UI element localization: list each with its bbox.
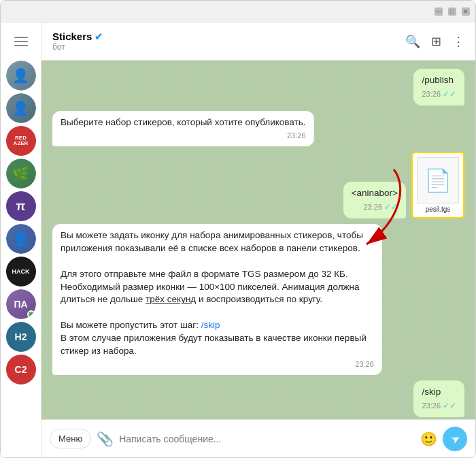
sidebar-avatar-6[interactable]: 👤	[6, 224, 36, 254]
sidebar-avatar-4[interactable]: 🌿	[6, 159, 36, 189]
emoji-icon[interactable]: 🙂	[420, 431, 437, 447]
send-icon: ➤	[448, 431, 462, 446]
message-time: 23:26 ✓✓	[422, 88, 456, 100]
app-window: — □ ✕ 👤 👤	[0, 0, 476, 458]
sidebar-avatar-1[interactable]: 👤	[6, 61, 36, 91]
hamburger-line-2	[14, 41, 28, 42]
minimize-button[interactable]: —	[435, 7, 443, 16]
message-text: /publish	[422, 75, 454, 85]
message-bubble-outgoing: /publish 23:26 ✓✓	[413, 69, 464, 105]
sidebar-avatar-2[interactable]: 👤	[6, 93, 36, 123]
message-bubble-outgoing: <aninabor> 23:26 ✓✓	[343, 182, 406, 218]
tick-icon: ✓✓	[443, 88, 456, 100]
tick-icon: ✓✓	[384, 201, 398, 213]
verified-icon: ✔	[95, 31, 103, 42]
send-button[interactable]: ➤	[443, 427, 467, 451]
chat-area: Stickers ✔ бот 🔍 ⊞ ⋮ /publish	[41, 22, 475, 457]
message-time: 23:26	[61, 359, 374, 370]
title-bar: — □ ✕	[1, 1, 475, 22]
message-time: 23:26	[61, 131, 306, 141]
tick-icon: ✓✓	[443, 400, 456, 412]
message-bubble-incoming: Вы можете задать иконку для набора аними…	[52, 224, 382, 375]
maximize-button[interactable]: □	[448, 7, 456, 16]
sidebar-avatar-10[interactable]: C2	[6, 355, 36, 385]
message-row: /publish 23:26 ✓✓	[52, 69, 464, 105]
sidebar-avatar-8[interactable]: ПА	[6, 289, 36, 319]
chat-title-area: Stickers ✔ бот	[52, 31, 397, 52]
hamburger-menu[interactable]	[7, 28, 35, 55]
chat-header: Stickers ✔ бот 🔍 ⊞ ⋮	[41, 22, 475, 61]
chat-name-text: Stickers	[52, 31, 92, 42]
attach-icon[interactable]: 📎	[97, 431, 114, 447]
menu-button[interactable]: Меню	[50, 429, 91, 448]
file-icon: 📄	[417, 157, 459, 203]
message-bubble-incoming: Выберите набор стикеров, который хотите …	[52, 111, 314, 146]
message-text: /skip	[422, 387, 441, 397]
message-row: Вы можете задать иконку для набора аними…	[52, 224, 464, 375]
layout-icon[interactable]: ⊞	[431, 34, 441, 49]
search-icon[interactable]: 🔍	[405, 34, 420, 49]
skip-link[interactable]: /skip	[201, 320, 220, 330]
sidebar-avatar-7[interactable]: HACK	[6, 257, 36, 287]
hamburger-line-3	[14, 45, 28, 46]
header-icons: 🔍 ⊞ ⋮	[405, 34, 464, 49]
message-input[interactable]	[119, 434, 415, 444]
message-time: 23:26 ✓✓	[422, 400, 456, 412]
message-text: Выберите набор стикеров, который хотите …	[61, 117, 306, 127]
message-row: /skip 23:26 ✓✓	[52, 380, 464, 417]
online-badge-8	[27, 310, 35, 318]
message-text: <aninabor>	[352, 188, 398, 198]
sidebar-avatar-3[interactable]: RED AZER	[6, 126, 36, 156]
message-row: Выберите набор стикеров, который хотите …	[52, 111, 464, 146]
messages-area[interactable]: /publish 23:26 ✓✓ Выберите набор стикеро…	[41, 61, 475, 419]
message-text: Вы можете задать иконку для набора аними…	[61, 230, 367, 356]
message-group: <aninabor> 23:26 ✓✓ 📄 pesil.tgs	[52, 152, 464, 218]
file-bubble[interactable]: 📄 pesil.tgs	[411, 152, 464, 218]
chat-subtitle: бот	[52, 42, 397, 52]
title-bar-controls: — □ ✕	[435, 7, 470, 16]
hamburger-line-1	[14, 37, 28, 38]
message-bubble-outgoing: /skip 23:26 ✓✓	[413, 380, 464, 417]
sidebar-avatar-5[interactable]: π	[6, 191, 36, 221]
sidebar: 👤 👤 RED AZER 🌿 π	[1, 22, 41, 457]
close-button[interactable]: ✕	[462, 7, 470, 16]
input-area: Меню 📎 🙂 ➤	[41, 419, 475, 457]
main-layout: 👤 👤 RED AZER 🌿 π	[1, 22, 475, 457]
file-name-label: pesil.tgs	[417, 206, 459, 213]
chat-name: Stickers ✔	[52, 31, 397, 42]
message-time: 23:26 ✓✓	[352, 201, 398, 213]
more-icon[interactable]: ⋮	[452, 34, 464, 49]
sidebar-avatar-9[interactable]: H2	[6, 322, 36, 352]
